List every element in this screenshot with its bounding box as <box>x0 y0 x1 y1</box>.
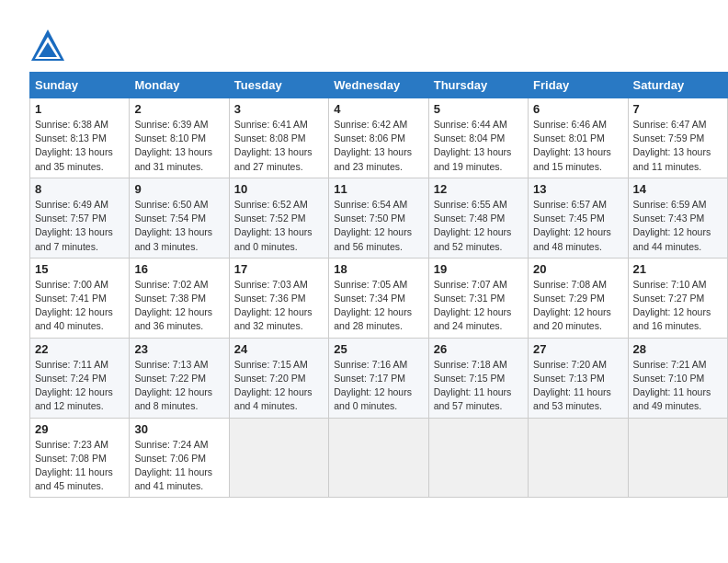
calendar-cell: 17Sunrise: 7:03 AMSunset: 7:36 PMDayligh… <box>229 258 328 338</box>
cell-text: Sunrise: 6:46 AM <box>533 118 622 132</box>
cell-text: Sunset: 7:38 PM <box>134 292 223 305</box>
calendar-cell: 22Sunrise: 7:11 AMSunset: 7:24 PMDayligh… <box>30 338 130 418</box>
cell-text: and 7 minutes. <box>35 240 124 254</box>
cell-text: Sunset: 7:57 PM <box>35 212 124 225</box>
calendar-cell: 18Sunrise: 7:05 AMSunset: 7:34 PMDayligh… <box>329 258 428 338</box>
cell-text: Sunrise: 7:21 AM <box>633 358 722 372</box>
calendar-cell: 26Sunrise: 7:18 AMSunset: 7:15 PMDayligh… <box>428 338 528 418</box>
calendar-cell <box>529 418 628 498</box>
cell-text: Daylight: 11 hours <box>633 385 722 399</box>
cell-text: Daylight: 12 hours <box>533 225 622 239</box>
cell-text: Sunrise: 7:18 AM <box>434 358 523 372</box>
calendar-row: 8Sunrise: 6:49 AMSunset: 7:57 PMDaylight… <box>30 178 728 258</box>
cell-text: Sunrise: 7:08 AM <box>533 278 622 292</box>
col-monday: Monday <box>130 73 229 98</box>
cell-text: Sunset: 7:24 PM <box>35 372 124 385</box>
cell-text: Daylight: 12 hours <box>35 385 124 399</box>
calendar-row: 22Sunrise: 7:11 AMSunset: 7:24 PMDayligh… <box>30 338 728 418</box>
cell-text: Daylight: 11 hours <box>533 385 622 399</box>
cell-text: Sunset: 7:31 PM <box>434 292 523 305</box>
calendar-cell: 28Sunrise: 7:21 AMSunset: 7:10 PMDayligh… <box>628 338 727 418</box>
cell-text: Daylight: 12 hours <box>134 305 223 319</box>
calendar-cell: 13Sunrise: 6:57 AMSunset: 7:45 PMDayligh… <box>529 178 628 258</box>
cell-text: Sunrise: 6:38 AM <box>35 118 124 132</box>
cell-text: Sunset: 7:29 PM <box>533 292 622 305</box>
cell-text: Sunrise: 7:05 AM <box>334 278 423 292</box>
cell-text: Sunset: 7:15 PM <box>434 372 523 385</box>
day-number: 5 <box>434 102 523 116</box>
day-number: 3 <box>234 102 324 116</box>
calendar-header-row: Sunday Monday Tuesday Wednesday Thursday… <box>30 73 728 98</box>
calendar-cell: 14Sunrise: 6:59 AMSunset: 7:43 PMDayligh… <box>628 178 727 258</box>
cell-text: and 24 minutes. <box>434 319 523 333</box>
cell-text: Daylight: 12 hours <box>633 225 722 239</box>
cell-text: Daylight: 13 hours <box>234 145 324 159</box>
cell-text: Sunrise: 6:50 AM <box>134 198 223 212</box>
cell-text: and 20 minutes. <box>533 319 622 333</box>
logo <box>29 28 72 63</box>
cell-text: Sunrise: 7:20 AM <box>533 358 622 372</box>
calendar-row: 15Sunrise: 7:00 AMSunset: 7:41 PMDayligh… <box>30 258 728 338</box>
cell-text: and 57 minutes. <box>434 399 523 413</box>
calendar-cell: 7Sunrise: 6:47 AMSunset: 7:59 PMDaylight… <box>628 98 727 178</box>
cell-text: Sunrise: 7:24 AM <box>134 438 223 452</box>
cell-text: and 32 minutes. <box>234 319 324 333</box>
cell-text: Sunset: 7:48 PM <box>434 212 523 225</box>
cell-text: and 23 minutes. <box>334 160 423 174</box>
day-number: 16 <box>134 262 223 276</box>
cell-text: Sunset: 7:08 PM <box>35 452 124 465</box>
cell-text: Daylight: 12 hours <box>334 305 423 319</box>
cell-text: Sunset: 7:52 PM <box>234 212 324 225</box>
day-number: 19 <box>434 262 523 276</box>
cell-text: Daylight: 12 hours <box>633 305 722 319</box>
cell-text: Daylight: 13 hours <box>35 225 124 239</box>
cell-text: and 4 minutes. <box>234 399 324 413</box>
day-number: 14 <box>633 182 722 196</box>
col-thursday: Thursday <box>428 73 528 98</box>
cell-text: and 44 minutes. <box>633 240 722 254</box>
calendar-cell: 5Sunrise: 6:44 AMSunset: 8:04 PMDaylight… <box>428 98 528 178</box>
cell-text: Daylight: 13 hours <box>35 145 124 159</box>
cell-text: Sunset: 7:43 PM <box>633 212 722 225</box>
col-sunday: Sunday <box>30 73 130 98</box>
cell-text: Sunset: 7:54 PM <box>134 212 223 225</box>
cell-text: Daylight: 12 hours <box>434 305 523 319</box>
calendar-cell: 1Sunrise: 6:38 AMSunset: 8:13 PMDaylight… <box>30 98 130 178</box>
cell-text: and 3 minutes. <box>134 240 223 254</box>
cell-text: Sunset: 7:10 PM <box>633 372 722 385</box>
calendar-cell: 8Sunrise: 6:49 AMSunset: 7:57 PMDaylight… <box>30 178 130 258</box>
cell-text: Sunset: 7:41 PM <box>35 292 124 305</box>
cell-text: Sunset: 8:06 PM <box>334 132 423 145</box>
col-friday: Friday <box>529 73 628 98</box>
calendar-cell: 29Sunrise: 7:23 AMSunset: 7:08 PMDayligh… <box>30 418 130 498</box>
cell-text: Daylight: 13 hours <box>533 145 622 159</box>
calendar-table: Sunday Monday Tuesday Wednesday Thursday… <box>29 72 728 498</box>
cell-text: Daylight: 12 hours <box>334 385 423 399</box>
calendar-cell: 4Sunrise: 6:42 AMSunset: 8:06 PMDaylight… <box>329 98 428 178</box>
cell-text: Sunrise: 6:52 AM <box>234 198 324 212</box>
cell-text: Sunrise: 6:44 AM <box>434 118 523 132</box>
cell-text: Sunrise: 7:00 AM <box>35 278 124 292</box>
cell-text: Sunrise: 7:15 AM <box>234 358 324 372</box>
cell-text: Sunset: 7:59 PM <box>633 132 722 145</box>
day-number: 7 <box>633 102 722 116</box>
day-number: 8 <box>35 182 124 196</box>
day-number: 10 <box>234 182 324 196</box>
cell-text: Daylight: 11 hours <box>434 385 523 399</box>
day-number: 6 <box>533 102 622 116</box>
calendar-row: 29Sunrise: 7:23 AMSunset: 7:08 PMDayligh… <box>30 418 728 498</box>
calendar-cell <box>229 418 328 498</box>
calendar-cell <box>428 418 528 498</box>
day-number: 17 <box>234 262 324 276</box>
cell-text: Sunrise: 7:02 AM <box>134 278 223 292</box>
calendar-cell: 15Sunrise: 7:00 AMSunset: 7:41 PMDayligh… <box>30 258 130 338</box>
cell-text: Sunrise: 6:54 AM <box>334 198 423 212</box>
cell-text: Daylight: 12 hours <box>234 305 324 319</box>
cell-text: Daylight: 12 hours <box>35 305 124 319</box>
calendar-cell: 11Sunrise: 6:54 AMSunset: 7:50 PMDayligh… <box>329 178 428 258</box>
cell-text: Daylight: 12 hours <box>334 225 423 239</box>
day-number: 28 <box>633 342 722 356</box>
cell-text: Sunset: 7:36 PM <box>234 292 324 305</box>
cell-text: and 49 minutes. <box>633 399 722 413</box>
calendar-cell: 16Sunrise: 7:02 AMSunset: 7:38 PMDayligh… <box>130 258 229 338</box>
